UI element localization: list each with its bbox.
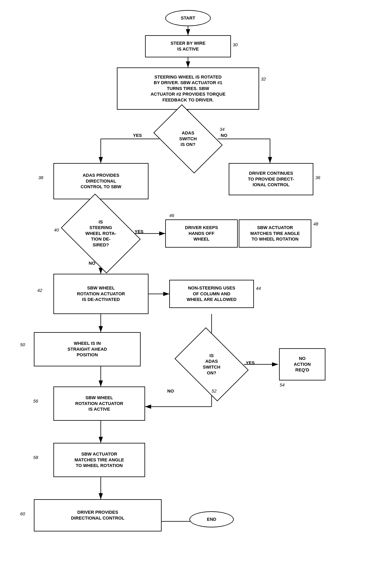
node-40-label: ISSTEERINGWHEEL ROTA-TION DE-SIRED? — [85, 219, 116, 248]
flowchart-container: START STEER BY WIREIS ACTIVE 30 STEERING… — [0, 0, 376, 588]
no-label-52: NO — [167, 388, 174, 394]
node-38-label: ADAS PROVIDESDIRECTIONALCONTROL TO SBW — [81, 172, 121, 190]
node-36-label: DRIVER CONTINUESTO PROVIDE DIRECT-IONAL … — [248, 170, 294, 188]
node-30-label: STEER BY WIREIS ACTIVE — [170, 41, 205, 52]
node-54-label: NOACTIONREQ'D — [294, 356, 311, 373]
label-44: 44 — [256, 286, 261, 291]
no-label-34: NO — [221, 133, 227, 138]
label-38: 38 — [38, 175, 43, 180]
label-52: 52 — [211, 388, 216, 394]
node-32-label: STEERING WHEEL IS ROTATEDBY DRIVER. SBW … — [151, 74, 225, 103]
node-42: SBW WHEELROTATION ACTUATORIS DE-ACTIVATE… — [53, 274, 148, 314]
label-46: 46 — [169, 213, 174, 218]
node-44-label: NON-STEERING USESOF COLUMN ANDWHEEL ARE … — [187, 285, 236, 303]
yes-label-52: YES — [246, 360, 255, 366]
node-56-label: SBW WHEELROTATION ACTUATORIS ACTIVE — [75, 395, 123, 412]
node-42-label: SBW WHEELROTATION ACTUATORIS DE-ACTIVATE… — [77, 285, 125, 303]
node-46-label: DRIVER KEEPSHANDS OFFWHEEL — [185, 225, 218, 242]
label-50: 50 — [20, 342, 25, 347]
node-54: NOACTIONREQ'D — [279, 348, 325, 380]
node-44: NON-STEERING USESOF COLUMN ANDWHEEL ARE … — [169, 280, 254, 308]
label-54: 54 — [280, 382, 285, 388]
label-42: 42 — [37, 288, 42, 293]
node-30: STEER BY WIREIS ACTIVE — [145, 35, 231, 57]
label-32: 32 — [261, 76, 266, 82]
node-40: ISSTEERINGWHEEL ROTA-TION DE-SIRED? — [61, 194, 141, 273]
node-34-label: ADASSWITCHIS ON? — [179, 130, 197, 147]
start-node: START — [165, 10, 211, 26]
start-label: START — [181, 15, 195, 21]
node-58: SBW ACTUATORMATCHES TIRE ANGLETO WHEEL R… — [53, 443, 145, 477]
node-34: ADASSWITCHIS ON? — [153, 104, 223, 174]
label-48: 48 — [313, 221, 318, 227]
label-40: 40 — [54, 228, 59, 233]
label-58: 58 — [33, 455, 38, 460]
yes-label-40: YES — [135, 229, 144, 234]
node-50: WHEEL IS INSTRAIGHT AHEADPOSITION — [34, 332, 141, 366]
node-50-label: WHEEL IS INSTRAIGHT AHEADPOSITION — [67, 341, 107, 358]
label-34: 34 — [220, 127, 224, 132]
node-52-label: ISADASSWITCHON? — [203, 353, 221, 376]
label-36: 36 — [315, 175, 320, 180]
label-56: 56 — [33, 399, 38, 404]
node-48-label: SBW ACTUATORMATCHES TIRE ANGLETO WHEEL R… — [250, 225, 300, 242]
node-58-label: SBW ACTUATORMATCHES TIRE ANGLETO WHEEL R… — [75, 451, 124, 469]
end-node: END — [189, 511, 234, 527]
node-32: STEERING WHEEL IS ROTATEDBY DRIVER. SBW … — [117, 67, 259, 110]
no-label-40: NO — [89, 261, 95, 266]
node-36: DRIVER CONTINUESTO PROVIDE DIRECT-IONAL … — [229, 163, 313, 195]
node-56: SBW WHEELROTATION ACTUATORIS ACTIVE — [53, 387, 145, 421]
node-38: ADAS PROVIDESDIRECTIONALCONTROL TO SBW — [53, 163, 148, 199]
end-label: END — [207, 516, 216, 522]
label-60: 60 — [20, 511, 25, 516]
node-60: DRIVER PROVIDESDIRECTIONAL CONTROL — [34, 499, 162, 531]
label-30: 30 — [233, 42, 238, 48]
yes-label-34: YES — [133, 133, 142, 138]
node-48: SBW ACTUATORMATCHES TIRE ANGLETO WHEEL R… — [239, 220, 311, 248]
node-60-label: DRIVER PROVIDESDIRECTIONAL CONTROL — [71, 509, 124, 521]
node-46: DRIVER KEEPSHANDS OFFWHEEL — [165, 220, 238, 248]
